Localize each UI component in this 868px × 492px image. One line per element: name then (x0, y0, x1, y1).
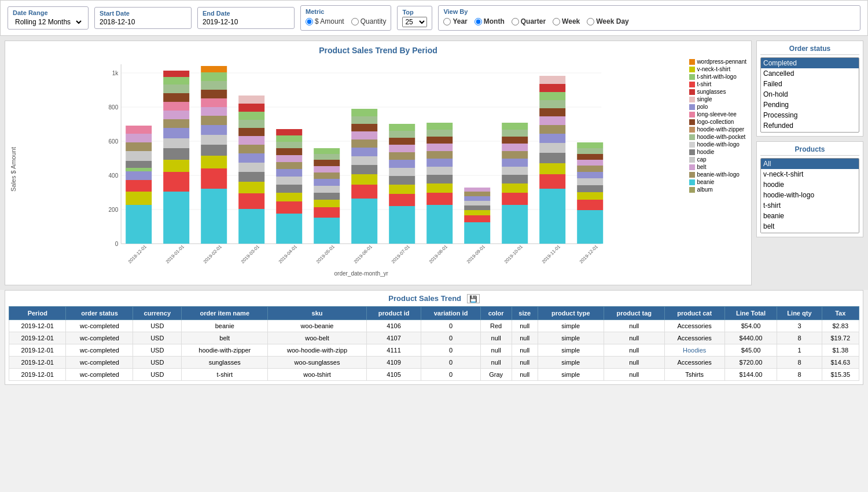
svg-rect-140 (502, 175, 528, 183)
main-content: Product Sales Trend By Period Sales $ Am… (0, 36, 868, 290)
svg-rect-166 (577, 185, 603, 192)
svg-rect-39 (201, 189, 227, 244)
svg-text:600: 600 (109, 138, 119, 145)
svg-rect-46 (201, 107, 227, 116)
cell-product-tag: null (604, 332, 664, 344)
svg-rect-82 (314, 200, 340, 207)
svg-rect-57 (238, 163, 264, 172)
cell-line-qty: 8 (777, 332, 822, 344)
legend-item: single (689, 96, 746, 102)
cell-product-id: 4106 (366, 320, 421, 332)
svg-text:2019-08-01: 2019-08-01 (428, 244, 449, 265)
svg-rect-95 (351, 165, 377, 174)
table-title: Product Sales Trend 💾 (9, 294, 859, 303)
cell-product-cat: Hoodies (664, 344, 724, 357)
cell-line-qty: 3 (777, 320, 822, 332)
svg-rect-32 (163, 111, 189, 119)
cell-line-qty: 1 (777, 344, 822, 357)
legend-label: polo (697, 104, 708, 110)
viewby-quarter-radio[interactable] (512, 18, 519, 25)
legend-item: hoodie (689, 149, 746, 155)
cell-product-type: simple (538, 344, 604, 357)
viewby-year-radio[interactable] (443, 18, 451, 25)
order-status-listbox[interactable]: Completed Cancelled Failed On-hold Pendi… (760, 57, 859, 133)
viewby-weekday-radio[interactable] (587, 18, 594, 25)
svg-rect-93 (351, 185, 377, 199)
viewby-year-option[interactable]: Year (443, 17, 467, 25)
metric-quantity-radio[interactable] (351, 18, 359, 25)
svg-rect-152 (539, 153, 565, 163)
svg-rect-74 (276, 155, 302, 162)
svg-rect-124 (426, 137, 453, 144)
svg-text:2019-11-01: 2019-11-01 (541, 244, 562, 265)
metric-label: Metric (306, 8, 324, 15)
svg-text:2019-02-01: 2019-02-01 (203, 244, 223, 265)
legend-item: sunglasses (689, 89, 746, 95)
date-range-select[interactable]: Rolling 12 Months Custom Last 30 Days La… (13, 17, 83, 27)
svg-rect-20 (126, 142, 152, 151)
svg-rect-50 (201, 72, 227, 81)
svg-rect-16 (126, 180, 152, 192)
viewby-week-radio[interactable] (553, 18, 560, 25)
svg-rect-30 (163, 128, 189, 138)
svg-rect-72 (276, 169, 302, 177)
end-date-input[interactable] (203, 18, 289, 26)
legend-color (689, 142, 695, 148)
svg-rect-71 (276, 177, 302, 185)
svg-rect-121 (426, 159, 453, 167)
legend-color (689, 59, 695, 65)
cell-color: Red (480, 320, 512, 332)
svg-rect-76 (276, 142, 302, 148)
start-date-input[interactable] (100, 18, 186, 26)
svg-rect-45 (201, 116, 227, 125)
category-link[interactable]: Hoodies (683, 347, 706, 354)
svg-rect-120 (426, 167, 453, 175)
export-icon[interactable]: 💾 (467, 294, 480, 303)
viewby-weekday-option[interactable]: Week Day (587, 17, 628, 25)
svg-rect-85 (314, 179, 340, 186)
col-color: color (480, 307, 512, 320)
legend-item: album (689, 186, 746, 193)
svg-rect-23 (126, 168, 152, 171)
viewby-quarter-label: Quarter (521, 17, 546, 25)
y-axis-label: Sales $ Amount (10, 147, 17, 192)
legend-item: hoodie-with-zipper (689, 126, 746, 133)
cell-size: null (512, 332, 538, 344)
col-line-qty: Line qty (777, 307, 822, 320)
viewby-quarter-option[interactable]: Quarter (512, 17, 546, 25)
svg-rect-37 (163, 71, 189, 77)
col-product-cat: product cat (664, 307, 724, 320)
svg-rect-89 (314, 154, 340, 160)
svg-rect-116 (426, 205, 453, 244)
cell-sku: woo-belt (268, 332, 366, 344)
legend-label: hoodie-with-pocket (697, 134, 745, 140)
viewby-month-option[interactable]: Month (475, 17, 505, 25)
products-title: Products (760, 145, 859, 156)
top-select[interactable]: 10 25 50 100 (402, 17, 427, 27)
svg-rect-149 (539, 189, 565, 244)
svg-rect-69 (276, 193, 302, 201)
cell-period: 2019-12-01 (9, 357, 66, 369)
svg-rect-101 (351, 116, 377, 124)
legend-item: polo (689, 104, 746, 110)
metric-amount-radio[interactable] (306, 18, 313, 25)
products-listbox[interactable]: All v-neck-t-shirt hoodie hoodie-with-lo… (760, 158, 859, 233)
svg-rect-133 (464, 196, 490, 201)
viewby-month-radio[interactable] (475, 18, 482, 25)
svg-rect-59 (238, 145, 264, 153)
metric-amount-option[interactable]: $ Amount (306, 17, 344, 25)
svg-rect-22 (126, 126, 152, 134)
metric-options: $ Amount Quantity (306, 17, 386, 28)
svg-text:200: 200 (109, 207, 119, 213)
legend-color (689, 187, 695, 193)
svg-rect-21 (126, 134, 152, 142)
cell-line-total: $45.00 (724, 344, 777, 357)
metric-quantity-option[interactable]: Quantity (351, 17, 387, 25)
svg-rect-164 (577, 200, 603, 210)
svg-rect-98 (351, 139, 377, 148)
viewby-week-option[interactable]: Week (553, 17, 580, 25)
legend-color (689, 172, 695, 178)
svg-rect-146 (502, 130, 528, 137)
cell-size: null (512, 344, 538, 357)
svg-rect-142 (502, 159, 528, 167)
